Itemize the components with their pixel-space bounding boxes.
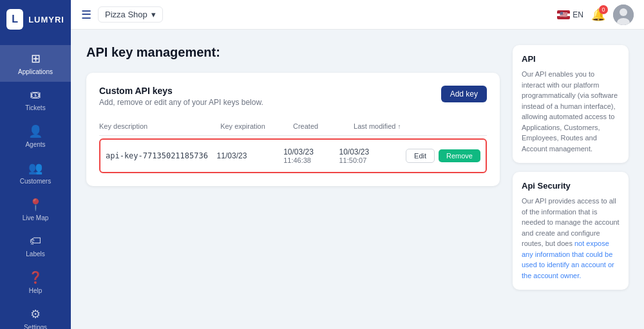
card-header-text: Custom API keys Add, remove or edit any … [99,86,263,107]
api-key-expiration: 11/03/23 [217,151,284,160]
sidebar-item-tickets-label: Tickets [25,104,45,111]
api-info-text: Our API enables you to interact with our… [522,69,620,154]
card-title: Custom API keys [99,86,263,96]
sidebar-item-applications[interactable]: ⊞ Applications [0,45,71,82]
header-right: 🇺🇸 EN 🔔 0 [557,5,634,25]
settings-icon: ⚙ [30,307,41,321]
svg-point-1 [620,8,627,16]
card-subtitle: Add, remove or edit any of your API keys… [99,98,263,107]
help-icon: ❓ [28,270,43,285]
remove-button[interactable]: Remove [439,149,480,162]
page-title: API key management: [86,45,500,60]
add-key-button[interactable]: Add key [441,86,487,102]
api-security-text: Our API provides access to all of the in… [522,196,620,281]
api-key-modified: 10/03/23 11:50:07 [339,147,406,164]
api-key-created-date: 10/03/23 [283,147,339,156]
livemap-icon: 📍 [28,198,43,212]
sidebar-item-help-label: Help [29,287,43,294]
sidebar-item-help[interactable]: ❓ Help [0,264,71,301]
col-last-modified[interactable]: Last modified ↑ [354,122,426,130]
sidebar-item-agents-label: Agents [25,141,45,148]
sidebar-item-labels[interactable]: 🏷 Labels [0,228,71,264]
avatar[interactable] [613,5,634,25]
labels-icon: 🏷 [30,234,41,248]
brand-name: LUMYRI [28,15,64,24]
card-header: Custom API keys Add, remove or edit any … [99,86,487,107]
sidebar-item-applications-label: Applications [18,68,53,75]
edit-button[interactable]: Edit [406,149,435,163]
menu-icon[interactable]: ☰ [81,8,91,22]
api-info-title: API [522,54,620,64]
api-key-row: api-key-77135021185736 11/03/23 10/03/23… [99,138,487,173]
api-key-modified-date: 10/03/23 [339,147,406,156]
sort-icon: ↑ [398,123,401,130]
col-key-description: Key description [99,122,220,130]
api-key-modified-time: 11:50:07 [339,156,406,164]
api-security-title: Api Security [522,181,620,191]
table-header: Key description Key expiration Created L… [99,117,487,136]
api-key-created: 10/03/23 11:46:38 [283,147,339,164]
notification-badge: 0 [599,5,608,14]
content-main: API key management: Custom API keys Add,… [86,45,500,314]
sidebar-item-livemap[interactable]: 📍 Live Map [0,191,71,228]
info-sidebar: API Our API enables you to interact with… [513,45,629,314]
sidebar: L LUMYRI ⊞ Applications 🎟 Tickets 👤 Agen… [0,0,71,329]
sidebar-item-tickets[interactable]: 🎟 Tickets [0,82,71,118]
tickets-icon: 🎟 [30,88,41,102]
col-created: Created [293,122,354,130]
sidebar-item-labels-label: Labels [26,250,44,258]
sidebar-item-customers[interactable]: 👥 Customers [0,155,71,191]
api-key-created-time: 11:46:38 [283,156,339,164]
api-security-card: Api Security Our API provides access to … [513,172,629,290]
shop-name: Pizza Shop [105,10,147,19]
header: ☰ Pizza Shop ▾ 🇺🇸 EN 🔔 0 [71,0,644,30]
chevron-down-icon: ▾ [151,10,156,19]
shop-selector[interactable]: Pizza Shop ▾ [98,6,163,23]
sidebar-item-customers-label: Customers [20,178,51,185]
customers-icon: 👥 [28,161,43,175]
sidebar-item-settings-label: Settings [24,324,47,329]
language-selector[interactable]: 🇺🇸 EN [557,10,583,19]
brand-logo: L [6,9,23,30]
sidebar-item-agents[interactable]: 👤 Agents [0,118,71,155]
sidebar-nav: ⊞ Applications 🎟 Tickets 👤 Agents 👥 Cust… [0,45,71,329]
sidebar-brand-area: L LUMYRI [0,0,71,39]
api-keys-card: Custom API keys Add, remove or edit any … [86,73,500,186]
agents-icon: 👤 [28,124,43,138]
col-actions [426,122,487,130]
col-key-expiration: Key expiration [220,122,293,130]
main-area: ☰ Pizza Shop ▾ 🇺🇸 EN 🔔 0 [71,0,644,329]
notification-button[interactable]: 🔔 0 [591,8,605,22]
row-actions: Edit Remove [406,149,480,163]
applications-icon: ⊞ [31,52,41,66]
flag-icon: 🇺🇸 [557,10,570,19]
language-label: EN [573,10,583,19]
content: API key management: Custom API keys Add,… [71,30,644,329]
api-info-card: API Our API enables you to interact with… [513,45,629,163]
api-key-value: api-key-77135021185736 [106,151,217,160]
sidebar-item-livemap-label: Live Map [23,214,49,221]
sidebar-item-settings[interactable]: ⚙ Settings [0,301,71,329]
